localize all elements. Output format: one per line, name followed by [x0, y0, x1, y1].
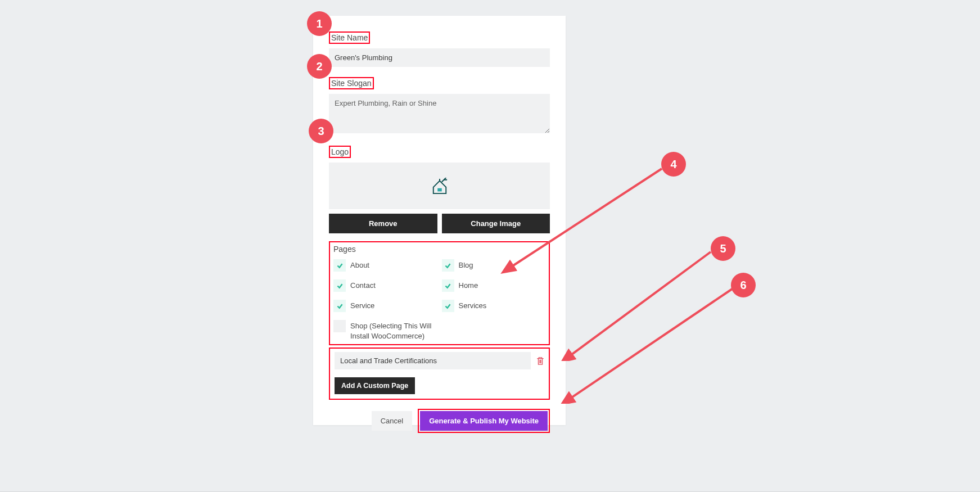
page-item-about[interactable]: About — [333, 259, 437, 272]
check-icon — [336, 303, 344, 310]
generate-button[interactable]: Generate & Publish My Website — [420, 411, 548, 431]
custom-page-input[interactable] — [335, 352, 531, 369]
arrow-6 — [558, 286, 735, 404]
page-item-services[interactable]: Services — [442, 300, 546, 312]
add-custom-page-button[interactable]: Add A Custom Page — [335, 377, 415, 394]
page-label-blog: Blog — [459, 259, 473, 270]
checkbox-blog[interactable] — [442, 259, 454, 272]
check-icon — [444, 262, 451, 269]
site-slogan-input[interactable] — [329, 94, 550, 133]
page-label-shop: Shop (Selecting This Will Install WooCom… — [350, 320, 440, 341]
page-item-contact[interactable]: Contact — [333, 279, 437, 292]
custom-page-row — [335, 352, 544, 369]
annotation-5: 5 — [711, 236, 735, 261]
page-item-service[interactable]: Service — [333, 300, 437, 312]
checkbox-service[interactable] — [333, 300, 346, 312]
generate-button-highlight: Generate & Publish My Website — [418, 409, 550, 433]
annotation-2: 2 — [307, 54, 332, 79]
page-label-contact: Contact — [350, 279, 376, 291]
page-item-home[interactable]: Home — [442, 279, 546, 292]
page-item-shop[interactable]: Shop (Selecting This Will Install WooCom… — [333, 320, 545, 341]
page-label-about: About — [350, 259, 369, 270]
checkbox-about[interactable] — [333, 259, 346, 272]
house-wrench-icon — [431, 178, 448, 195]
checkbox-home[interactable] — [442, 279, 454, 292]
site-slogan-section: Site Slogan — [329, 77, 550, 136]
site-name-section: Site Name — [329, 31, 550, 67]
trash-icon[interactable] — [536, 356, 544, 365]
svg-line-3 — [569, 289, 732, 399]
site-name-input[interactable] — [329, 48, 550, 67]
remove-button[interactable]: Remove — [329, 214, 437, 233]
checkbox-services[interactable] — [442, 300, 454, 312]
custom-page-block: Add A Custom Page — [329, 347, 550, 400]
annotation-3: 3 — [309, 119, 333, 143]
annotation-1: 1 — [307, 11, 332, 36]
annotation-4: 4 — [661, 152, 686, 177]
svg-rect-0 — [437, 188, 442, 191]
site-slogan-label: Site Slogan — [329, 77, 374, 89]
checkbox-shop[interactable] — [333, 320, 346, 332]
check-icon — [336, 262, 344, 269]
check-icon — [336, 282, 344, 290]
page-label-services: Services — [459, 300, 487, 311]
textarea-wrap — [329, 94, 550, 136]
site-name-label: Site Name — [329, 31, 370, 44]
checkbox-contact[interactable] — [333, 279, 346, 292]
check-icon — [444, 282, 451, 290]
page-label-service: Service — [350, 300, 374, 311]
page-label-home: Home — [459, 279, 478, 291]
footer-row: Cancel Generate & Publish My Website — [329, 409, 550, 433]
check-icon — [444, 303, 451, 310]
annotation-6: 6 — [731, 273, 756, 297]
logo-label: Logo — [329, 146, 351, 158]
cancel-button[interactable]: Cancel — [372, 411, 412, 431]
